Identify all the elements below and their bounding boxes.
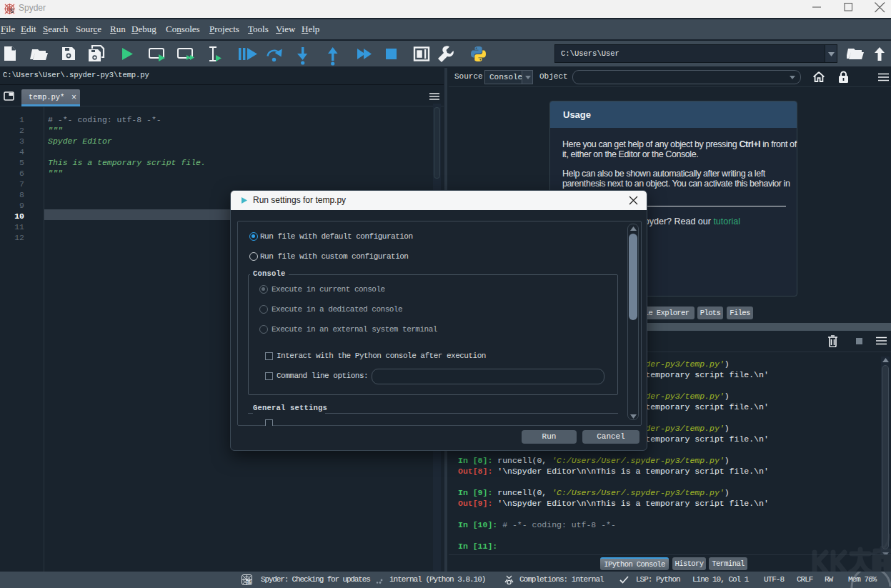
- svg-text:S: S: [10, 7, 14, 14]
- svg-text:S: S: [247, 579, 252, 585]
